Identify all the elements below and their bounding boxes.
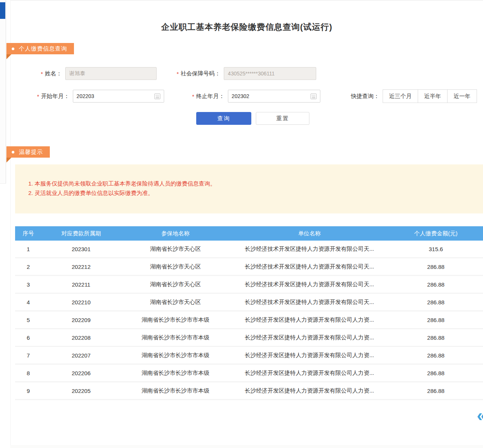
calendar-icon[interactable]	[311, 94, 317, 99]
collapsed-sidebar-rail	[0, 0, 6, 184]
end-month-label: 终止年月：	[196, 93, 225, 100]
start-month-input[interactable]: 202203	[73, 90, 164, 103]
section-badge-tips: 温馨提示	[6, 146, 50, 158]
table-row: 7 202207 湖南省长沙市长沙市市本级 长沙经济开发区捷特人力资源开发有限公…	[15, 347, 483, 365]
cell-company: 长沙经济开发区捷特人力资源开发有限公司人力资...	[230, 370, 389, 377]
cell-region: 湖南省长沙市长沙市市本级	[121, 370, 230, 377]
cell-period: 202207	[42, 352, 121, 359]
quick-filter-3months-button[interactable]: 近三个月	[383, 89, 418, 103]
cell-company: 长沙经济开发区捷特人力资源开发有限公司人力资...	[230, 387, 389, 394]
name-input	[65, 67, 157, 80]
ribbon-fold	[6, 54, 11, 59]
required-asterisk: *	[192, 93, 194, 100]
page-title: 企业职工基本养老保险缴费信息查询(试运行)	[11, 21, 483, 33]
cell-company: 长沙经济技术开发区捷特人力资源开发有限公司天...	[230, 299, 389, 306]
cell-period: 202211	[42, 281, 121, 288]
cell-company: 长沙经济技术开发区捷特人力资源开发有限公司天...	[230, 281, 389, 288]
table-row: 3 202211 湖南省长沙市天心区 长沙经济技术开发区捷特人力资源开发有限公司…	[15, 276, 483, 294]
section-badge-tips-label: 温馨提示	[19, 149, 43, 156]
header-amount: 个人缴费金额(元)	[389, 230, 483, 237]
cell-region: 湖南省长沙市天心区	[121, 245, 230, 253]
cell-region: 湖南省长沙市长沙市市本级	[121, 334, 230, 341]
required-asterisk: *	[41, 71, 43, 77]
cell-region: 湖南省长沙市天心区	[121, 299, 230, 306]
bullet-icon	[12, 151, 14, 153]
cell-seq: 1	[15, 246, 42, 252]
section-badge-query-label: 个人缴费信息查询	[19, 45, 67, 52]
cell-seq: 7	[15, 352, 42, 359]
cell-amount: 286.88	[389, 334, 483, 341]
cell-amount: 286.88	[389, 388, 483, 394]
cell-period: 202208	[42, 334, 121, 341]
table-row: 8 202206 湖南省长沙市长沙市市本级 长沙经济开发区捷特人力资源开发有限公…	[15, 365, 483, 382]
pension-query-page: 企业职工基本养老保险缴费信息查询(试运行) 个人缴费信息查询 * 姓名： * 社…	[0, 0, 483, 448]
cell-company: 长沙经济技术开发区捷特人力资源开发有限公司天...	[230, 245, 389, 253]
end-month-value: 202302	[232, 93, 249, 99]
bottom-strip	[10, 445, 483, 448]
end-month-field-group: * 终止年月： 202302	[192, 90, 320, 103]
cell-amount: 286.88	[389, 370, 483, 376]
cell-company: 长沙经济开发区捷特人力资源开发有限公司人力资...	[230, 316, 389, 324]
name-label: 姓名：	[45, 70, 62, 77]
cell-period: 202205	[42, 388, 121, 394]
bullet-icon	[12, 48, 14, 50]
cell-period: 202301	[42, 246, 121, 252]
table-header-row: 序号 对应费款所属期 参保地名称 单位名称 个人缴费金额(元)	[15, 226, 483, 241]
cell-region: 湖南省长沙市天心区	[121, 281, 230, 288]
sidebar-toggle-tab[interactable]	[0, 2, 5, 19]
cell-seq: 2	[15, 264, 42, 270]
start-month-value: 202203	[77, 93, 94, 99]
start-month-label: 开始年月：	[41, 93, 69, 100]
query-button[interactable]: 查询	[196, 112, 251, 125]
payment-table: 序号 对应费款所属期 参保地名称 单位名称 个人缴费金额(元) 1 202301…	[15, 226, 483, 400]
notice-line-2: 2. 灵活就业人员的缴费单位信息以实际缴费为准。	[28, 188, 483, 198]
cell-period: 202210	[42, 299, 121, 305]
cell-amount: 286.88	[389, 281, 483, 288]
quick-filter-1year-button[interactable]: 近一年	[447, 89, 477, 103]
header-company: 单位名称	[230, 230, 389, 237]
table-row: 1 202301 湖南省长沙市天心区 长沙经济技术开发区捷特人力资源开发有限公司…	[15, 241, 483, 258]
cell-period: 202212	[42, 264, 121, 270]
cell-seq: 4	[15, 299, 42, 305]
cell-company: 长沙经济开发区捷特人力资源开发有限公司人力资...	[230, 334, 389, 341]
cell-company: 长沙经济开发区捷特人力资源开发有限公司人力资...	[230, 352, 389, 359]
quick-query-buttons: 近三个月 近半年 近一年	[383, 89, 477, 103]
quick-query-label: 快捷查询：	[351, 93, 379, 100]
cell-amount: 315.6	[389, 246, 483, 252]
table-row: 2 202212 湖南省长沙市天心区 长沙经济技术开发区捷特人力资源开发有限公司…	[15, 258, 483, 276]
cell-region: 湖南省长沙市天心区	[121, 263, 230, 270]
ssn-label: 社会保障号码：	[181, 70, 220, 77]
table-row: 9 202205 湖南省长沙市长沙市市本级 长沙经济开发区捷特人力资源开发有限公…	[15, 382, 483, 400]
cell-amount: 286.88	[389, 317, 483, 323]
quick-filter-halfyear-button[interactable]: 近半年	[418, 89, 448, 103]
cell-amount: 286.88	[389, 299, 483, 305]
cell-seq: 3	[15, 281, 42, 288]
section-badge-query: 个人缴费信息查询	[6, 43, 74, 54]
cell-period: 202206	[42, 370, 121, 376]
required-asterisk: *	[37, 93, 39, 100]
table-row: 6 202208 湖南省长沙市长沙市市本级 长沙经济开发区捷特人力资源开发有限公…	[15, 329, 483, 347]
notice-box: 1. 本服务仅提供尚未领取企业职工基本养老保险待遇人员的缴费信息查询。 2. 灵…	[15, 164, 483, 213]
quick-query-group: 快捷查询： 近三个月 近半年 近一年	[351, 89, 477, 103]
ribbon-fold	[6, 158, 11, 163]
table-row: 4 202210 湖南省长沙市天心区 长沙经济技术开发区捷特人力资源开发有限公司…	[15, 294, 483, 311]
start-month-field-group: * 开始年月： 202203	[37, 90, 164, 103]
cell-amount: 286.88	[389, 264, 483, 270]
double-left-chevron-icon[interactable]: «	[477, 407, 483, 424]
reset-button[interactable]: 重置	[256, 112, 309, 125]
cell-seq: 6	[15, 334, 42, 341]
header-seq: 序号	[15, 230, 42, 237]
table-row: 5 202209 湖南省长沙市长沙市市本级 长沙经济开发区捷特人力资源开发有限公…	[15, 311, 483, 329]
cell-region: 湖南省长沙市长沙市市本级	[121, 387, 230, 394]
header-region: 参保地名称	[121, 230, 230, 237]
cell-company: 长沙经济技术开发区捷特人力资源开发有限公司天...	[230, 263, 389, 270]
cell-amount: 286.88	[389, 352, 483, 359]
ssn-field-group: * 社会保障号码：	[177, 67, 316, 80]
end-month-input[interactable]: 202302	[228, 90, 320, 103]
cell-seq: 8	[15, 370, 42, 376]
required-asterisk: *	[177, 71, 179, 77]
cell-seq: 5	[15, 317, 42, 323]
cell-period: 202209	[42, 317, 121, 323]
calendar-icon[interactable]	[154, 94, 160, 99]
cell-region: 湖南省长沙市长沙市市本级	[121, 352, 230, 359]
